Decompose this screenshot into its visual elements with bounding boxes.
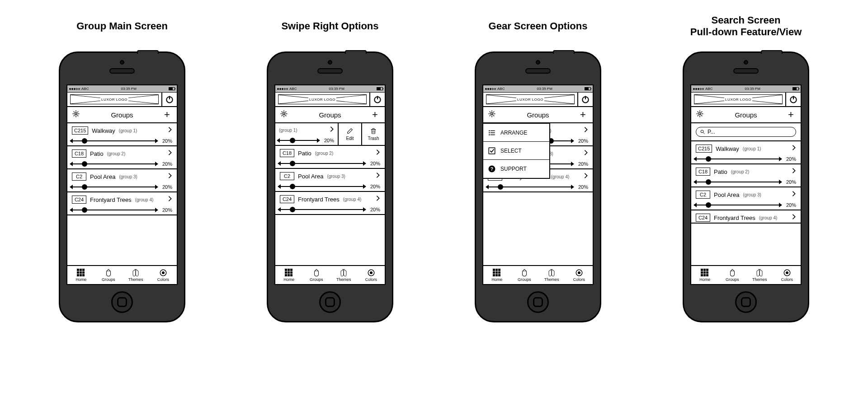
- group-row[interactable]: C18 Patio (group 2) 20%: [67, 146, 177, 169]
- group-row[interactable]: C2Pool Area(group 3)20%: [275, 169, 385, 192]
- tab-home[interactable]: Home: [275, 266, 303, 284]
- screen: ABC 03:35 PM LUXOR LOGO: [66, 84, 178, 285]
- brightness-slider[interactable]: 20%: [280, 184, 380, 189]
- tab-bar: Home Groups Themes Colors: [67, 265, 177, 284]
- svg-point-70: [786, 271, 788, 274]
- group-list[interactable]: C215 Walkway (group 1) 20% C18: [67, 123, 177, 265]
- menu-label: ARRANGE: [500, 130, 527, 136]
- phone-home-button[interactable]: [111, 291, 133, 313]
- search-value: P...: [708, 129, 715, 135]
- phone-home-button[interactable]: [319, 291, 341, 313]
- group-list[interactable]: C215Walkway(group 1)20% C18Patio(group 2…: [691, 141, 801, 265]
- add-group-button[interactable]: +: [788, 111, 796, 119]
- svg-line-42: [493, 112, 494, 112]
- brightness-slider[interactable]: 20%: [280, 161, 380, 166]
- gear-dropdown: ARRANGE SELECT ? SUPPORT: [482, 123, 550, 179]
- tab-themes[interactable]: Themes: [746, 266, 774, 284]
- group-row[interactable]: C24 Frontyard Trees (group 4) 20%: [67, 192, 177, 215]
- tab-themes[interactable]: Themes: [330, 266, 358, 284]
- power-button[interactable]: [785, 93, 801, 106]
- gear-button[interactable]: [488, 110, 496, 120]
- tab-colors[interactable]: Colors: [358, 266, 385, 284]
- svg-line-39: [490, 112, 491, 112]
- brightness-slider[interactable]: 20%: [72, 138, 172, 144]
- menu-arrange[interactable]: ARRANGE: [483, 124, 549, 142]
- phone-home-button[interactable]: [527, 291, 549, 313]
- menu-label: SUPPORT: [500, 166, 527, 172]
- brightness-slider[interactable]: 20%: [72, 184, 172, 190]
- slider-value: 20%: [159, 184, 172, 190]
- menu-select[interactable]: SELECT: [483, 142, 549, 160]
- gear-button[interactable]: [72, 110, 80, 120]
- phone-home-button[interactable]: [735, 291, 757, 313]
- tab-themes[interactable]: Themes: [122, 266, 150, 284]
- tab-colors[interactable]: Colors: [774, 266, 801, 284]
- group-chip: C18: [72, 149, 86, 158]
- group-row[interactable]: C2Pool Area(group 3)20%: [691, 187, 801, 210]
- svg-point-19: [283, 113, 285, 115]
- logo-text: LUXOR LOGO: [100, 98, 128, 102]
- svg-point-34: [491, 113, 493, 115]
- power-button[interactable]: [161, 93, 177, 106]
- mock-title: Search Screen Pull-down Feature/View: [690, 14, 802, 39]
- group-row-swiped[interactable]: (group 1) 20% Edit Trash: [275, 123, 385, 146]
- disclosure-button[interactable]: [330, 126, 334, 134]
- svg-line-12: [77, 112, 78, 112]
- section-header: Groups +: [67, 107, 177, 123]
- tab-themes[interactable]: Themes: [538, 266, 566, 284]
- disclosure-button[interactable]: [168, 126, 172, 135]
- svg-line-27: [285, 112, 286, 112]
- power-icon: [165, 95, 174, 104]
- svg-line-11: [74, 115, 75, 116]
- clock-label: 03:35 PM: [121, 87, 137, 91]
- group-row[interactable]: C215Walkway(group 1)20%: [691, 141, 801, 164]
- tab-groups[interactable]: Groups: [303, 266, 330, 284]
- tab-groups[interactable]: Groups: [511, 266, 538, 284]
- tab-colors[interactable]: Colors: [566, 266, 593, 284]
- group-list[interactable]: (group 1) 20% Edit Trash: [275, 123, 385, 265]
- group-row[interactable]: C215 Walkway (group 1) 20%: [67, 123, 177, 146]
- tab-home[interactable]: Home: [67, 266, 95, 284]
- brightness-slider[interactable]: 20%: [279, 138, 334, 143]
- brightness-slider[interactable]: 20%: [72, 207, 172, 213]
- tab-home[interactable]: Home: [691, 266, 719, 284]
- group-row[interactable]: C24Frontyard Trees(group 4)20%: [275, 192, 385, 215]
- svg-line-64: [701, 115, 702, 116]
- add-group-button[interactable]: +: [580, 111, 588, 119]
- disclosure-button[interactable]: [376, 172, 380, 180]
- swipe-edit-button[interactable]: Edit: [338, 123, 361, 145]
- menu-label: SELECT: [500, 148, 522, 154]
- swipe-trash-button[interactable]: Trash: [361, 123, 385, 145]
- carrier-label: ABC: [81, 87, 89, 91]
- disclosure-button[interactable]: [376, 149, 380, 157]
- search-input[interactable]: P...: [696, 127, 796, 137]
- group-chip: C215: [72, 126, 88, 135]
- slider-value: 20%: [159, 207, 172, 213]
- battery-icon: [169, 87, 175, 90]
- group-sub: (group 1): [119, 128, 137, 133]
- tab-groups[interactable]: Groups: [719, 266, 746, 284]
- power-button[interactable]: [369, 93, 385, 106]
- brightness-slider[interactable]: 20%: [280, 207, 380, 212]
- disclosure-button[interactable]: [168, 173, 172, 181]
- brightness-slider[interactable]: 20%: [72, 161, 172, 167]
- add-group-button[interactable]: +: [164, 111, 172, 119]
- disclosure-button[interactable]: [376, 195, 380, 203]
- tab-bar: Home Groups Themes Colors: [483, 265, 593, 284]
- gear-button[interactable]: [696, 110, 704, 120]
- group-row[interactable]: C24Frontyard Trees(group 4): [691, 210, 801, 224]
- disclosure-button[interactable]: [168, 196, 172, 204]
- group-row[interactable]: C2 Pool Area (group 3) 20%: [67, 169, 177, 192]
- group-row[interactable]: C18Patio(group 2)20%: [275, 146, 385, 169]
- tab-home[interactable]: Home: [483, 266, 511, 284]
- group-row[interactable]: C18Patio(group 2)20%: [691, 164, 801, 187]
- tab-colors[interactable]: Colors: [150, 266, 177, 284]
- add-group-button[interactable]: +: [372, 111, 380, 119]
- menu-support[interactable]: ? SUPPORT: [483, 160, 549, 178]
- disclosure-button[interactable]: [168, 149, 172, 158]
- gear-button[interactable]: [280, 110, 288, 120]
- power-button[interactable]: [577, 93, 593, 106]
- tab-groups[interactable]: Groups: [95, 266, 123, 284]
- slider-value: 20%: [159, 138, 172, 144]
- svg-rect-49: [489, 148, 495, 154]
